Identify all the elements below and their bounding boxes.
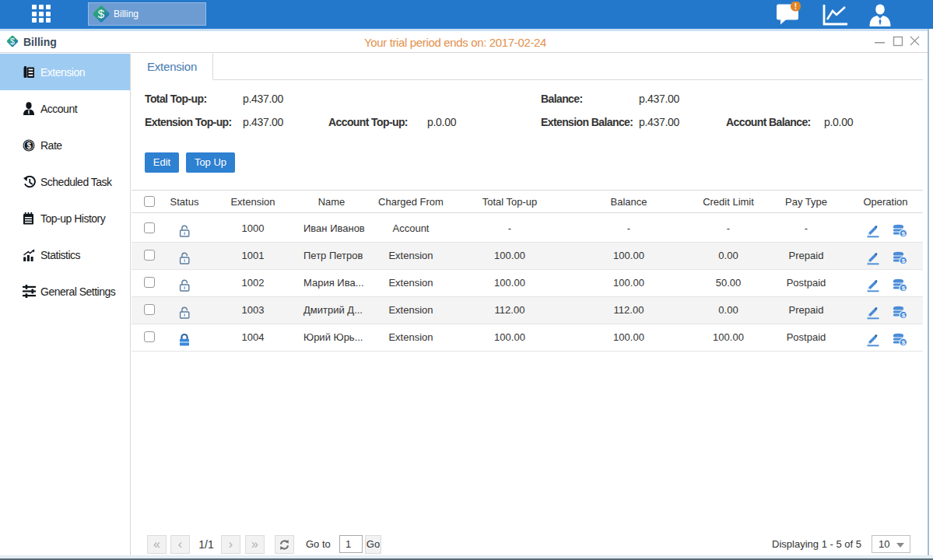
svg-text:$: $: [98, 7, 105, 20]
svg-text:$: $: [902, 230, 906, 237]
svg-text:$: $: [902, 285, 906, 292]
svg-text:$: $: [902, 257, 906, 264]
svg-text:$: $: [902, 312, 906, 319]
svg-text:$: $: [902, 339, 906, 346]
svg-text:!: !: [794, 2, 797, 11]
